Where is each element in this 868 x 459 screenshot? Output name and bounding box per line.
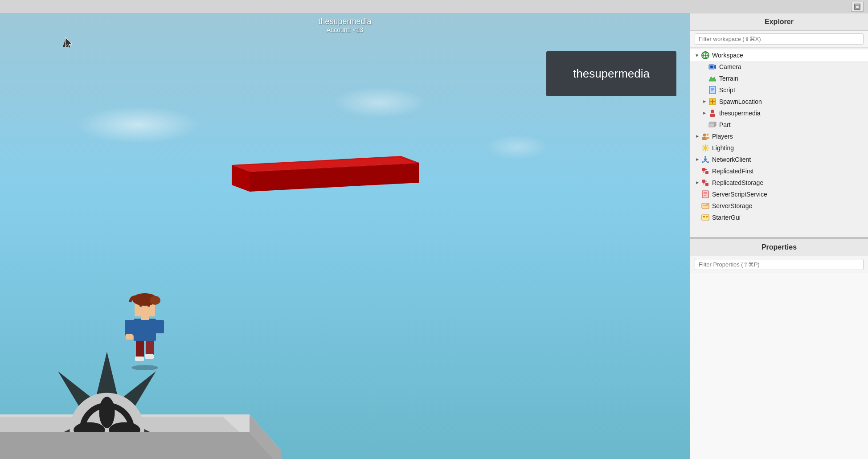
svg-line-63 [703, 150, 704, 151]
tree-item-spawnlocation[interactable]: ▼ SpawnLocation [690, 96, 868, 107]
terrain-label: Terrain [719, 75, 738, 82]
svg-point-46 [711, 110, 714, 113]
players-label: Players [712, 133, 733, 140]
svg-marker-38 [714, 65, 716, 69]
expand-arrow-network[interactable]: ▼ [694, 156, 700, 163]
svg-line-60 [703, 145, 704, 147]
networkclient-label: NetworkClient [712, 156, 751, 163]
svg-rect-75 [702, 180, 705, 183]
script-icon [708, 86, 717, 94]
part-icon [708, 120, 717, 129]
properties-filter-input[interactable] [695, 259, 864, 270]
networkclient-icon [701, 155, 710, 164]
expand-arrow-replicatedstorage[interactable]: ▼ [694, 180, 700, 186]
maximize-icon[interactable] [851, 2, 864, 12]
svg-rect-47 [710, 114, 715, 117]
tree-item-workspace[interactable]: ▼ Workspace [690, 49, 868, 61]
svg-rect-22 [145, 354, 154, 359]
properties-header: Properties [690, 239, 868, 256]
svg-point-66 [702, 161, 704, 163]
tree-item-replicatedstorage[interactable]: ▼ ReplicatedStorage [690, 177, 868, 189]
tree-item-serverstorage[interactable]: ▶ ServerStorage [690, 200, 868, 212]
svg-point-67 [707, 161, 709, 163]
terrain-icon [708, 74, 717, 83]
svg-point-53 [707, 134, 709, 136]
workspace-label: Workspace [712, 52, 743, 59]
replicatedstorage-label: ReplicatedStorage [712, 179, 763, 186]
explorer-tree: ▼ Workspace ▶ Camera ▶ Terrai [690, 48, 868, 237]
properties-filter-bar [690, 256, 868, 273]
svg-rect-20 [146, 339, 154, 357]
svg-rect-19 [136, 339, 144, 359]
expand-arrow-spawn[interactable]: ▼ [701, 98, 707, 105]
svg-rect-54 [706, 137, 709, 139]
svg-point-51 [703, 134, 706, 137]
startergui-label: StarterGui [712, 214, 741, 221]
tree-item-players[interactable]: ▼ Players [690, 131, 868, 142]
properties-title: Properties [762, 243, 797, 251]
svg-rect-1 [856, 5, 859, 8]
svg-point-30 [150, 296, 160, 305]
startergui-icon [701, 213, 710, 222]
explorer-title: Explorer [765, 18, 794, 25]
tree-item-thesupermedia[interactable]: ▼ thesupermedia [690, 107, 868, 119]
part-label: Part [719, 121, 731, 128]
expand-arrow-player[interactable]: ▼ [701, 110, 707, 116]
spawnlocation-label: SpawnLocation [719, 98, 762, 105]
tree-item-replicatedfirst[interactable]: ▶ ReplicatedFirst [690, 165, 868, 177]
tree-item-startergui[interactable]: ▶ StarterGui [690, 212, 868, 223]
right-panel: Explorer ▼ Workspace ▶ Camera [690, 13, 868, 459]
svg-line-62 [707, 145, 708, 147]
svg-rect-83 [702, 203, 709, 209]
tree-item-serverscriptservice[interactable]: ▶ ServerScriptService [690, 189, 868, 200]
svg-rect-79 [702, 191, 708, 198]
lighting-label: Lighting [712, 144, 734, 152]
workspace-icon [701, 51, 710, 60]
svg-point-7 [99, 397, 115, 428]
svg-rect-88 [706, 216, 708, 217]
spawn-icon [708, 97, 717, 106]
svg-line-61 [707, 150, 708, 151]
tree-item-camera[interactable]: ▶ Camera [690, 61, 868, 73]
tree-item-part[interactable]: ▶ Part [690, 119, 868, 131]
explorer-filter-input[interactable] [695, 33, 864, 45]
svg-rect-48 [709, 123, 714, 127]
tree-item-script[interactable]: ▶ Script [690, 84, 868, 96]
svg-point-65 [704, 156, 706, 158]
svg-rect-25 [155, 320, 164, 333]
script-label: Script [719, 86, 735, 94]
svg-rect-76 [705, 183, 708, 186]
serverscriptservice-label: ServerScriptService [712, 191, 767, 198]
svg-point-55 [704, 146, 707, 150]
svg-point-85 [707, 204, 708, 205]
svg-rect-86 [702, 215, 709, 220]
player-model-icon [708, 109, 717, 118]
svg-rect-87 [703, 216, 705, 217]
svg-marker-40 [709, 77, 716, 81]
svg-point-64 [704, 158, 707, 161]
svg-rect-31 [139, 305, 142, 307]
top-bar [0, 0, 868, 13]
lighting-icon [701, 143, 710, 152]
expand-arrow-players[interactable]: ▼ [694, 133, 700, 139]
replicatedfirst-label: ReplicatedFirst [712, 168, 753, 175]
tree-item-lighting[interactable]: ▶ Lighting [690, 142, 868, 154]
explorer-filter-bar [690, 31, 868, 48]
svg-point-18 [131, 365, 158, 370]
tree-item-terrain[interactable]: ▶ Terrain [690, 73, 868, 84]
svg-rect-41 [709, 86, 716, 94]
svg-rect-21 [135, 357, 144, 361]
svg-rect-72 [705, 171, 708, 174]
camera-label: Camera [719, 63, 741, 70]
serverscriptservice-icon [701, 190, 710, 199]
tree-item-networkclient[interactable]: ▼ NetworkClient [690, 154, 868, 165]
svg-rect-23 [134, 319, 156, 341]
serverstorage-label: ServerStorage [712, 202, 752, 209]
explorer-header: Explorer [690, 13, 868, 31]
svg-rect-71 [702, 168, 705, 171]
camera-icon [708, 62, 717, 71]
viewport: thesupermedia Account: <13 thesupermedia [0, 13, 690, 459]
svg-marker-13 [0, 432, 281, 459]
svg-rect-24 [125, 320, 135, 336]
expand-arrow-workspace[interactable]: ▼ [694, 52, 700, 58]
